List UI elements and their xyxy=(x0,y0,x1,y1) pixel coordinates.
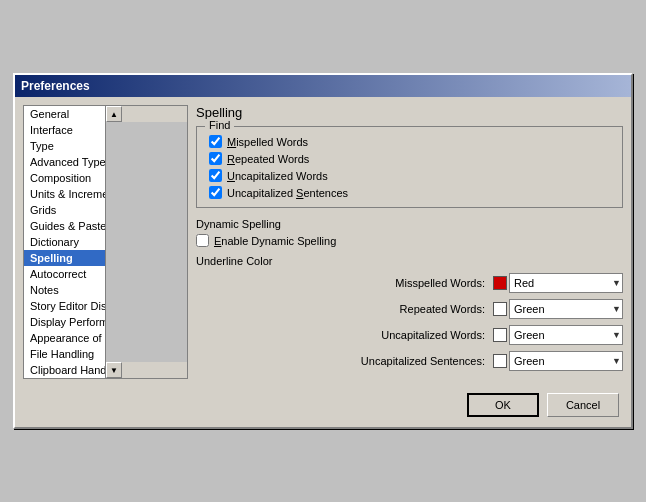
sidebar-item-file-handling[interactable]: File Handling xyxy=(24,346,105,362)
underline-color-title: Underline Color xyxy=(196,255,623,267)
main-content: Spelling Find Mispelled Words Repeated W… xyxy=(196,105,623,379)
repeated-color-label: Repeated Words: xyxy=(325,303,485,315)
uncap-words-color-label: Uncapitalized Words: xyxy=(325,329,485,341)
misspelled-select-wrapper: Red Green Blue ▼ xyxy=(509,273,623,293)
uncapitalized-sentences-row: Uncapitalized Sentences xyxy=(209,186,610,199)
repeated-words-checkbox[interactable] xyxy=(209,152,222,165)
uncap-sentences-color-label: Uncapitalized Sentences: xyxy=(325,355,485,367)
find-group: Find Mispelled Words Repeated Words Unca… xyxy=(196,126,623,208)
dialog-footer: OK Cancel xyxy=(15,387,631,427)
dialog-body: GeneralInterfaceTypeAdvanced TypeComposi… xyxy=(15,97,631,387)
repeated-color-row: Repeated Words: Green Red Blue ▼ xyxy=(196,299,623,319)
scroll-down-button[interactable]: ▼ xyxy=(106,362,122,378)
uncap-sentences-color-row: Uncapitalized Sentences: Green Red Blue … xyxy=(196,351,623,371)
section-title: Spelling xyxy=(196,105,623,120)
uncap-sentences-color-swatch xyxy=(493,354,507,368)
misspelled-color-swatch xyxy=(493,276,507,290)
repeated-select-wrapper: Green Red Blue ▼ xyxy=(509,299,623,319)
sidebar-item-general[interactable]: General xyxy=(24,106,105,122)
repeated-color-select-wrapper: Green Red Blue ▼ xyxy=(493,299,623,319)
misspelled-words-row: Mispelled Words xyxy=(209,135,610,148)
uncap-words-color-select-wrapper: Green Red Blue ▼ xyxy=(493,325,623,345)
repeated-words-row: Repeated Words xyxy=(209,152,610,165)
misspelled-words-label: Mispelled Words xyxy=(227,136,308,148)
uncapitalized-words-checkbox[interactable] xyxy=(209,169,222,182)
uncapitalized-words-row: Uncapitalized Words xyxy=(209,169,610,182)
uncapitalized-sentences-checkbox[interactable] xyxy=(209,186,222,199)
sidebar-item-dictionary[interactable]: Dictionary xyxy=(24,234,105,250)
sidebar-item-advanced-type[interactable]: Advanced Type xyxy=(24,154,105,170)
sidebar-item-display-performance[interactable]: Display Performance xyxy=(24,314,105,330)
sidebar: GeneralInterfaceTypeAdvanced TypeComposi… xyxy=(23,105,188,379)
sidebar-item-type[interactable]: Type xyxy=(24,138,105,154)
sidebar-item-grids[interactable]: Grids xyxy=(24,202,105,218)
uncapitalized-sentences-label: Uncapitalized Sentences xyxy=(227,187,348,199)
sidebar-item-autocorrect[interactable]: Autocorrect xyxy=(24,266,105,282)
repeated-words-label: Repeated Words xyxy=(227,153,309,165)
uncap-sentences-color-select-wrapper: Green Red Blue ▼ xyxy=(493,351,623,371)
uncap-words-color-swatch xyxy=(493,328,507,342)
dialog-title: Preferences xyxy=(21,79,90,93)
enable-dynamic-checkbox[interactable] xyxy=(196,234,209,247)
preferences-dialog: Preferences GeneralInterfaceTypeAdvanced… xyxy=(13,73,633,429)
sidebar-item-clipboard-handling[interactable]: Clipboard Handling xyxy=(24,362,105,378)
uncap-sentences-select-wrapper: Green Red Blue ▼ xyxy=(509,351,623,371)
enable-dynamic-row: Enable Dynamic Spelling xyxy=(196,234,623,247)
enable-dynamic-label: Enable Dynamic Spelling xyxy=(214,235,336,247)
ok-button[interactable]: OK xyxy=(467,393,539,417)
repeated-color-select[interactable]: Green Red Blue xyxy=(509,299,623,319)
sidebar-items: GeneralInterfaceTypeAdvanced TypeComposi… xyxy=(24,106,105,378)
sidebar-item-composition[interactable]: Composition xyxy=(24,170,105,186)
misspelled-color-select-wrapper: Red Green Blue ▼ xyxy=(493,273,623,293)
uncap-words-color-row: Uncapitalized Words: Green Red Blue ▼ xyxy=(196,325,623,345)
uncap-words-select-wrapper: Green Red Blue ▼ xyxy=(509,325,623,345)
repeated-color-swatch xyxy=(493,302,507,316)
scrollbar-thumb[interactable] xyxy=(106,122,187,362)
sidebar-item-appearance-of-black[interactable]: Appearance of Black xyxy=(24,330,105,346)
scroll-up-button[interactable]: ▲ xyxy=(106,106,122,122)
sidebar-item-notes[interactable]: Notes xyxy=(24,282,105,298)
sidebar-item-story-editor-display[interactable]: Story Editor Display xyxy=(24,298,105,314)
sidebar-item-guides-&-pasteboard[interactable]: Guides & Pasteboard xyxy=(24,218,105,234)
misspelled-color-label: Misspelled Words: xyxy=(325,277,485,289)
underline-color-section: Underline Color Misspelled Words: Red Gr… xyxy=(196,255,623,377)
uncapitalized-words-label: Uncapitalized Words xyxy=(227,170,328,182)
sidebar-item-spelling[interactable]: Spelling xyxy=(24,250,105,266)
sidebar-item-units-&-increments[interactable]: Units & Increments xyxy=(24,186,105,202)
uncap-words-color-select[interactable]: Green Red Blue xyxy=(509,325,623,345)
misspelled-color-row: Misspelled Words: Red Green Blue ▼ xyxy=(196,273,623,293)
dynamic-spelling-title: Dynamic Spelling xyxy=(196,218,623,230)
sidebar-item-interface[interactable]: Interface xyxy=(24,122,105,138)
uncap-sentences-color-select[interactable]: Green Red Blue xyxy=(509,351,623,371)
find-group-label: Find xyxy=(205,119,234,131)
cancel-button[interactable]: Cancel xyxy=(547,393,619,417)
dynamic-spelling-section: Dynamic Spelling Enable Dynamic Spelling xyxy=(196,218,623,247)
misspelled-color-select[interactable]: Red Green Blue xyxy=(509,273,623,293)
misspelled-words-checkbox[interactable] xyxy=(209,135,222,148)
title-bar: Preferences xyxy=(15,75,631,97)
